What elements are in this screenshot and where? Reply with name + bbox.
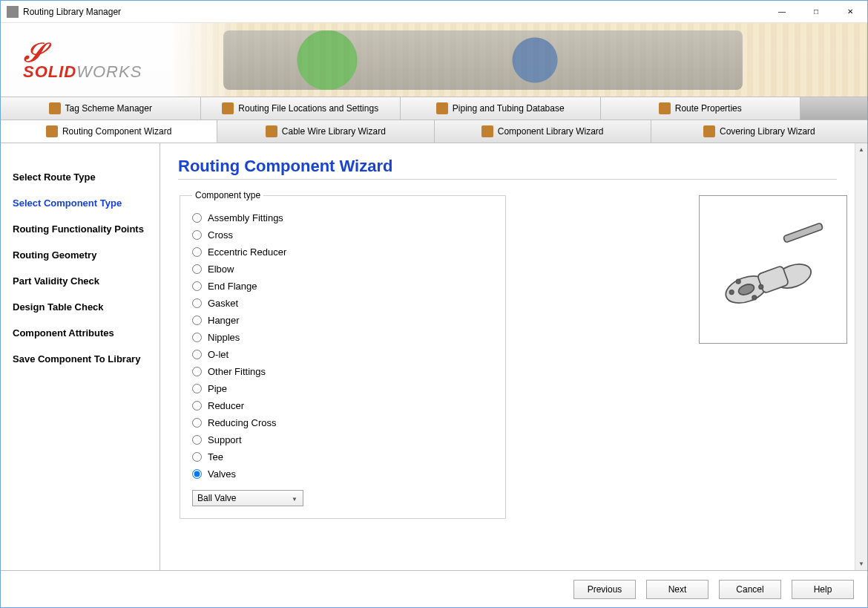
tab-label: Covering Library Wizard: [720, 126, 815, 137]
tabrow-lower: Routing Component Wizard Cable Wire Libr…: [1, 120, 867, 143]
radio-option[interactable]: Valves: [192, 465, 493, 483]
main-area: Select Route Type Select Component Type …: [1, 143, 867, 570]
radio-input[interactable]: [192, 316, 202, 325]
radio-input[interactable]: [192, 384, 202, 393]
valve-preview-icon: [706, 203, 840, 336]
tab-label: Route Properties: [675, 103, 742, 114]
step-label: Select Route Type: [13, 171, 96, 183]
step-label: Routing Functionality Points: [13, 223, 144, 235]
radio-option[interactable]: Hanger: [192, 312, 493, 329]
radio-input[interactable]: [192, 350, 202, 359]
radio-input[interactable]: [192, 401, 202, 411]
step-select-route-type[interactable]: Select Route Type: [1, 164, 160, 190]
radio-label: Eccentric Reducer: [208, 246, 286, 258]
banner-art-2: [223, 30, 743, 90]
tab-routing-file-locations[interactable]: Routing File Locations and Settings: [201, 97, 401, 120]
help-button[interactable]: Help: [792, 580, 854, 599]
svg-point-6: [752, 295, 756, 299]
radio-label: Support: [208, 434, 242, 445]
radio-input[interactable]: [192, 452, 202, 462]
step-save-component-to-library[interactable]: Save Component To Library: [1, 346, 160, 372]
settings-icon: [222, 102, 234, 114]
logo-brand-suffix: WORKS: [76, 62, 142, 81]
step-routing-geometry[interactable]: Routing Geometry: [1, 242, 160, 268]
tab-component-library-wizard[interactable]: Component Library Wizard: [435, 120, 651, 143]
app-icon: [7, 6, 19, 18]
tag-icon: [49, 102, 61, 114]
properties-icon: [659, 102, 671, 114]
radio-option[interactable]: Elbow: [192, 261, 493, 278]
radio-option[interactable]: Eccentric Reducer: [192, 243, 493, 261]
component-type-group: Component type Assembly FittingsCrossEcc…: [180, 190, 506, 519]
radio-option[interactable]: Support: [192, 431, 493, 448]
database-icon: [436, 102, 448, 114]
scroll-down-icon[interactable]: ▼: [855, 558, 867, 570]
step-label: Save Component To Library: [13, 353, 140, 365]
radio-option[interactable]: Reducer: [192, 397, 493, 414]
next-button[interactable]: Next: [646, 580, 708, 599]
chevron-down-icon: ▼: [289, 494, 300, 504]
scrollbar-vertical[interactable]: ▲ ▼: [855, 143, 867, 570]
radio-option[interactable]: Other Fittings: [192, 363, 493, 380]
minimize-button[interactable]: —: [765, 1, 799, 23]
logo-brand: SOLID: [23, 62, 76, 81]
maximize-button[interactable]: □: [799, 1, 833, 23]
tab-routing-component-wizard[interactable]: Routing Component Wizard: [1, 120, 217, 143]
radio-input[interactable]: [192, 333, 202, 342]
radio-input[interactable]: [192, 435, 202, 445]
step-label: Routing Geometry: [13, 249, 96, 261]
radio-option[interactable]: Nipples: [192, 329, 493, 346]
step-select-component-type[interactable]: Select Component Type: [1, 190, 160, 216]
covering-icon: [703, 125, 715, 137]
radio-option[interactable]: Tee: [192, 448, 493, 465]
tabrow-filler: [800, 97, 867, 120]
radio-option[interactable]: O-let: [192, 346, 493, 363]
radio-option[interactable]: Pipe: [192, 380, 493, 397]
step-part-validity-check[interactable]: Part Validity Check: [1, 268, 160, 294]
radio-option[interactable]: Gasket: [192, 295, 493, 312]
radio-option[interactable]: End Flange: [192, 278, 493, 295]
step-routing-functionality-points[interactable]: Routing Functionality Points: [1, 216, 160, 242]
radio-option[interactable]: Reducing Cross: [192, 414, 493, 431]
radio-label: Pipe: [208, 383, 227, 394]
scroll-up-icon[interactable]: ▲: [855, 143, 867, 156]
titlebar: Routing Library Manager — □ ✕: [1, 1, 867, 23]
step-label: Design Table Check: [13, 301, 104, 313]
radio-input[interactable]: [192, 281, 202, 291]
previous-button[interactable]: Previous: [573, 580, 636, 599]
tab-route-properties[interactable]: Route Properties: [601, 97, 801, 120]
radio-option[interactable]: Assembly Fittings: [192, 209, 493, 226]
valve-subtype-dropdown[interactable]: Ball Valve ▼: [192, 490, 303, 506]
radio-input[interactable]: [192, 469, 202, 479]
step-design-table-check[interactable]: Design Table Check: [1, 294, 160, 320]
window-title: Routing Library Manager: [23, 7, 765, 17]
footer: Previous Next Cancel Help: [1, 570, 867, 607]
tab-piping-tubing-database[interactable]: Piping and Tubing Database: [401, 97, 601, 120]
radio-input[interactable]: [192, 247, 202, 257]
radio-input[interactable]: [192, 213, 202, 223]
cancel-button[interactable]: Cancel: [719, 580, 781, 599]
radio-input[interactable]: [192, 298, 202, 308]
radio-input[interactable]: [192, 367, 202, 376]
svg-point-8: [759, 285, 763, 289]
radio-label: O-let: [208, 349, 228, 360]
component-preview: [699, 195, 847, 344]
step-component-attributes[interactable]: Component Attributes: [1, 320, 160, 346]
radio-label: Valves: [208, 468, 236, 480]
radio-label: Other Fittings: [208, 366, 266, 377]
solidworks-logo: 𝒮 SOLIDWORKS: [23, 39, 142, 82]
tab-cable-wire-library-wizard[interactable]: Cable Wire Library Wizard: [217, 120, 434, 143]
tab-covering-library-wizard[interactable]: Covering Library Wizard: [651, 120, 867, 143]
radio-option[interactable]: Cross: [192, 226, 493, 243]
svg-rect-4: [783, 223, 823, 243]
tab-tag-scheme-manager[interactable]: Tag Scheme Manager: [1, 97, 201, 120]
radio-label: Cross: [208, 229, 233, 241]
sidebar: Select Route Type Select Component Type …: [1, 143, 160, 570]
radio-input[interactable]: [192, 418, 202, 428]
radio-list: Assembly FittingsCrossEccentric ReducerE…: [192, 209, 493, 483]
step-label: Select Component Type: [13, 197, 122, 209]
radio-input[interactable]: [192, 230, 202, 240]
radio-input[interactable]: [192, 264, 202, 274]
step-label: Part Validity Check: [13, 275, 99, 287]
close-button[interactable]: ✕: [833, 1, 867, 23]
